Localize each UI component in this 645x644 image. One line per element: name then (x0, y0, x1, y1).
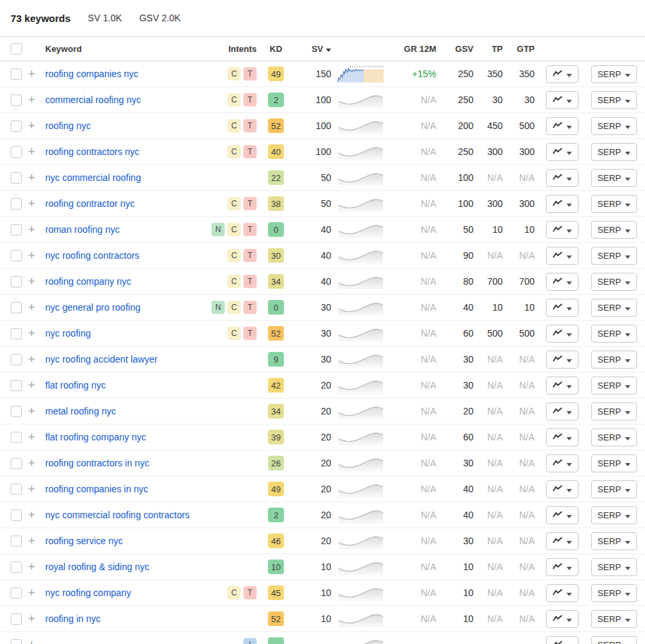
add-keyword-icon[interactable]: + (28, 536, 35, 546)
row-checkbox[interactable] (11, 613, 22, 625)
serp-button[interactable]: SERP (591, 273, 637, 291)
add-keyword-icon[interactable]: + (28, 381, 35, 390)
chart-button[interactable] (546, 558, 579, 576)
add-keyword-icon[interactable]: + (28, 303, 35, 312)
keyword-link[interactable]: roofing contractors nyc (45, 146, 140, 157)
keyword-link[interactable]: nyc commercial roofing (45, 172, 141, 183)
keyword-link[interactable]: roofing service nyc (45, 536, 123, 546)
serp-button[interactable]: SERP (591, 299, 637, 317)
column-header-keyword[interactable]: Keyword (45, 44, 82, 54)
keyword-link[interactable]: nyc roofing accident lawyer (45, 354, 158, 365)
add-keyword-icon[interactable]: + (28, 562, 35, 571)
add-keyword-icon[interactable]: + (28, 640, 35, 644)
add-keyword-icon[interactable]: + (28, 510, 35, 520)
serp-button[interactable]: SERP (591, 351, 637, 369)
row-checkbox[interactable] (11, 432, 22, 443)
keyword-link[interactable]: nyc commercial roofing contractors (45, 510, 190, 520)
add-keyword-icon[interactable]: + (28, 69, 35, 79)
chart-button[interactable] (546, 143, 579, 161)
keyword-link[interactable]: roofing company nyc (45, 276, 131, 287)
serp-button[interactable]: SERP (591, 610, 637, 628)
row-checkbox[interactable] (11, 198, 22, 210)
keyword-link[interactable]: flat roofing nyc (45, 380, 106, 391)
add-keyword-icon[interactable]: + (28, 432, 35, 442)
serp-button[interactable]: SERP (591, 195, 637, 213)
add-keyword-icon[interactable]: + (28, 458, 35, 468)
row-checkbox[interactable] (11, 458, 22, 469)
serp-button[interactable]: SERP (591, 532, 637, 550)
chart-button[interactable] (546, 454, 579, 472)
chart-button[interactable] (546, 117, 579, 135)
chart-button[interactable] (546, 221, 579, 239)
chart-button[interactable] (546, 428, 579, 446)
chart-button[interactable] (546, 195, 579, 213)
chart-button[interactable] (546, 351, 579, 369)
serp-button[interactable]: SERP (591, 454, 637, 472)
serp-button[interactable]: SERP (591, 247, 637, 265)
serp-button[interactable]: SERP (591, 65, 637, 83)
chart-button[interactable] (546, 273, 579, 291)
column-header-gsv[interactable]: GSV (455, 44, 473, 54)
serp-button[interactable]: SERP (591, 402, 637, 420)
row-checkbox[interactable] (11, 172, 22, 184)
row-checkbox[interactable] (11, 146, 22, 158)
keyword-link[interactable]: nyc roofing company (45, 587, 131, 598)
serp-button[interactable]: SERP (591, 480, 637, 498)
row-checkbox[interactable] (11, 562, 22, 573)
keyword-link[interactable]: nyc general pro roofing (45, 302, 140, 313)
serp-button[interactable]: SERP (591, 377, 637, 395)
column-header-gr12m[interactable]: GR 12M (404, 44, 436, 54)
keyword-link[interactable]: roofing contractors in nyc (45, 458, 149, 468)
serp-button[interactable]: SERP (591, 169, 637, 187)
chart-button[interactable] (546, 65, 579, 83)
add-keyword-icon[interactable]: + (28, 406, 35, 416)
serp-button[interactable]: SERP (591, 584, 637, 602)
keyword-link[interactable]: metal roofing nyc (45, 406, 116, 416)
add-keyword-icon[interactable]: + (28, 121, 35, 130)
column-header-gtp[interactable]: GTP (517, 44, 535, 54)
keyword-link[interactable]: royal roofing & siding nyc (45, 562, 149, 572)
row-checkbox[interactable] (11, 69, 22, 80)
chart-button[interactable] (546, 247, 579, 265)
row-checkbox[interactable] (11, 484, 22, 495)
sort-desc-icon[interactable] (326, 44, 331, 54)
add-keyword-icon[interactable]: + (28, 277, 35, 286)
row-checkbox[interactable] (11, 94, 22, 106)
row-checkbox[interactable] (11, 639, 22, 644)
serp-button[interactable]: SERP (591, 221, 637, 239)
add-keyword-icon[interactable]: + (28, 225, 35, 234)
row-checkbox[interactable] (11, 328, 22, 339)
column-header-sv[interactable]: SV (312, 44, 323, 54)
row-checkbox[interactable] (11, 354, 22, 365)
serp-button[interactable]: SERP (591, 143, 637, 161)
select-all-checkbox[interactable] (11, 43, 22, 55)
column-header-intents[interactable]: Intents (228, 44, 257, 54)
row-checkbox[interactable] (11, 120, 22, 132)
column-header-kd[interactable]: KD (270, 44, 283, 54)
serp-button[interactable]: SERP (591, 558, 637, 576)
serp-button[interactable]: SERP (591, 506, 637, 524)
keyword-link[interactable]: roofing nyc (45, 120, 90, 131)
keyword-link[interactable]: nyc roofing contractors (45, 250, 140, 261)
serp-button[interactable]: SERP (591, 428, 637, 446)
add-keyword-icon[interactable]: + (28, 329, 35, 338)
chart-button[interactable] (546, 480, 579, 498)
chart-button[interactable] (546, 91, 579, 109)
row-checkbox[interactable] (11, 510, 22, 521)
chart-button[interactable] (546, 402, 579, 420)
serp-button[interactable]: SERP (591, 91, 637, 109)
row-checkbox[interactable] (11, 536, 22, 547)
chart-button[interactable] (546, 506, 579, 524)
serp-button[interactable]: SERP (591, 117, 637, 135)
add-keyword-icon[interactable]: + (28, 614, 35, 623)
row-checkbox[interactable] (11, 587, 22, 599)
chart-button[interactable] (546, 584, 579, 602)
add-keyword-icon[interactable]: + (28, 251, 35, 260)
keyword-link[interactable]: commercial roofing nyc (45, 94, 141, 105)
row-checkbox[interactable] (11, 302, 22, 313)
row-checkbox[interactable] (11, 224, 22, 236)
add-keyword-icon[interactable]: + (28, 199, 35, 208)
keyword-link[interactable]: nyc roofing (45, 328, 90, 339)
row-checkbox[interactable] (11, 380, 22, 391)
serp-button[interactable]: SERP (591, 636, 637, 644)
